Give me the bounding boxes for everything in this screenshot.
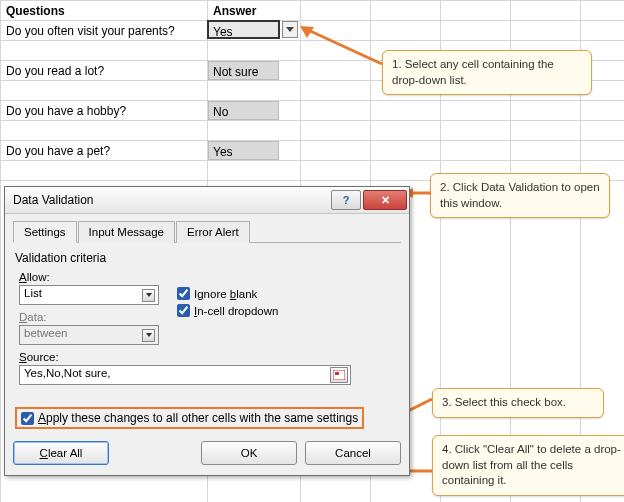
incell-dropdown-checkbox[interactable]: In-cell dropdown — [177, 304, 278, 317]
data-value: between — [24, 327, 67, 339]
allow-combo[interactable]: List — [19, 285, 159, 305]
callout-2: 2. Click Data Validation to open this wi… — [430, 173, 610, 218]
allow-label: Allow: — [19, 271, 159, 283]
incell-dropdown-input[interactable] — [177, 304, 190, 317]
ignore-blank-checkbox[interactable]: Ignore blank — [177, 287, 278, 300]
apply-changes-label: Apply these changes to all other cells w… — [38, 411, 358, 425]
dialog-titlebar[interactable]: Data Validation ? ✕ — [5, 187, 409, 214]
dropdown-button[interactable] — [282, 21, 298, 38]
tab-settings[interactable]: Settings — [13, 221, 77, 243]
incell-dropdown-label: In-cell dropdown — [194, 305, 278, 317]
cancel-button[interactable]: Cancel — [305, 441, 401, 465]
source-label: Source: — [19, 351, 401, 363]
clear-all-button[interactable]: Clear All — [13, 441, 109, 465]
range-picker-button[interactable] — [330, 367, 348, 383]
validation-criteria-label: Validation criteria — [15, 251, 401, 265]
help-icon: ? — [343, 194, 350, 206]
answer-cell-selected[interactable]: Yes — [207, 20, 280, 39]
close-button[interactable]: ✕ — [363, 190, 407, 210]
source-value: Yes,No,Not sure, — [24, 367, 111, 379]
column-header-questions: Questions — [2, 1, 69, 21]
data-label: Data: — [19, 311, 159, 323]
close-icon: ✕ — [381, 194, 390, 207]
apply-changes-checkbox-row[interactable]: Apply these changes to all other cells w… — [15, 407, 364, 429]
question-cell[interactable]: Do you have a hobby? — [2, 101, 130, 121]
tab-input-message[interactable]: Input Message — [78, 221, 175, 243]
column-header-answer: Answer — [209, 1, 260, 21]
answer-cell[interactable]: Yes — [208, 141, 279, 160]
answer-cell[interactable]: Not sure — [208, 61, 279, 80]
callout-1: 1. Select any cell containing the drop-d… — [382, 50, 592, 95]
question-cell[interactable]: Do you have a pet? — [2, 141, 114, 161]
dialog-tabs: Settings Input Message Error Alert — [13, 220, 401, 243]
answer-cell[interactable]: No — [208, 101, 279, 120]
ok-button[interactable]: OK — [201, 441, 297, 465]
tab-error-alert[interactable]: Error Alert — [176, 221, 250, 243]
callout-4: 4. Click "Clear All" to delete a drop-do… — [432, 435, 624, 496]
question-cell[interactable]: Do you often visit your parents? — [2, 21, 179, 41]
help-button[interactable]: ? — [331, 190, 361, 210]
svg-rect-1 — [335, 372, 339, 375]
source-input[interactable]: Yes,No,Not sure, — [19, 365, 351, 385]
dialog-title: Data Validation — [13, 193, 329, 207]
callout-3: 3. Select this check box. — [432, 388, 604, 418]
data-combo: between — [19, 325, 159, 345]
data-validation-dialog: Data Validation ? ✕ Settings Input Messa… — [4, 186, 410, 476]
apply-changes-input[interactable] — [21, 412, 34, 425]
ignore-blank-label: Ignore blank — [194, 288, 257, 300]
question-cell[interactable]: Do you read a lot? — [2, 61, 108, 81]
ignore-blank-input[interactable] — [177, 287, 190, 300]
chevron-down-icon — [286, 27, 294, 33]
range-picker-icon — [333, 370, 345, 380]
allow-value: List — [24, 287, 42, 299]
